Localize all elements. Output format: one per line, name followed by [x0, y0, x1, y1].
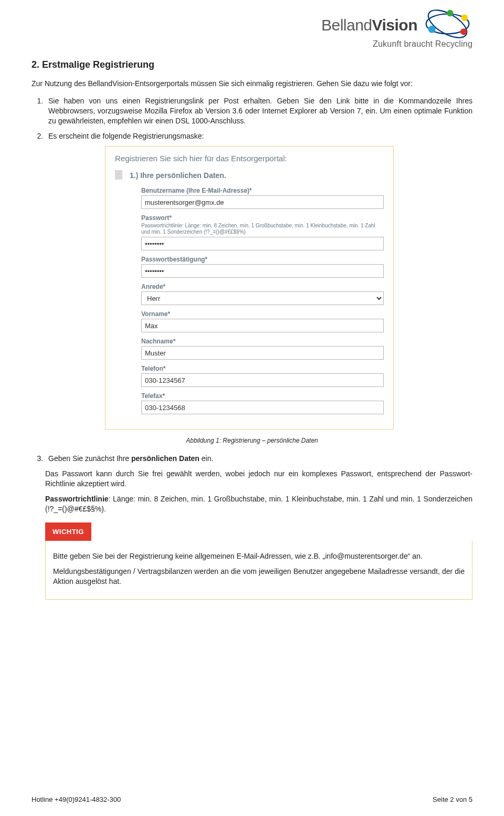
salutation-label: Anrede*	[141, 283, 384, 290]
step-2: Es erscheint die folgende Registrierungs…	[45, 131, 472, 141]
step3-lead: Geben Sie zunächst Ihre	[48, 454, 131, 463]
step-1: Sie haben von uns einen Registrierungsli…	[45, 96, 472, 126]
password-rule-lead: Passwortrichtlinie	[45, 495, 109, 503]
lastname-input[interactable]	[141, 346, 384, 360]
salutation-select[interactable]: Herr	[141, 291, 384, 305]
intro-text: Zur Nutzung des BellandVision-Entsorgerp…	[32, 79, 472, 89]
brand-part-a: Belland	[321, 16, 372, 34]
form-section-1-header: 1.) Ihre persönlichen Daten.	[115, 170, 384, 180]
password-info-text: Das Passwort kann durch Sie frei gewählt…	[45, 469, 472, 489]
step3-tail: ein.	[200, 454, 213, 463]
brand-tagline: Zukunft braucht Recycling	[321, 39, 472, 49]
brand-part-b: Vision	[372, 16, 417, 34]
firstname-label: Vorname*	[141, 310, 384, 318]
section-indicator-bar	[115, 170, 122, 180]
svg-point-5	[460, 28, 467, 35]
phone-input[interactable]	[141, 373, 384, 387]
phone-label: Telefon*	[141, 365, 384, 372]
password-confirm-input[interactable]	[141, 264, 384, 278]
brand-logo: BellandVision Zukunft braucht Recycling	[321, 9, 472, 49]
steps-list-continued: Geben Sie zunächst Ihre persönlichen Dat…	[32, 454, 472, 464]
username-label: Benutzername (Ihre E-Mail-Adresse)*	[141, 187, 384, 194]
firstname-input[interactable]	[141, 319, 384, 332]
important-text-2: Meldungsbestätigungen / Vertragsbilanzen…	[53, 567, 465, 587]
recycling-orbit-icon	[423, 9, 472, 40]
section-title: 2. Erstmalige Registrierung	[32, 59, 472, 70]
page-footer: Hotline +49(0)9241-4832-300 Seite 2 von …	[32, 796, 472, 803]
footer-hotline: Hotline +49(0)9241-4832-300	[32, 796, 121, 803]
page-header: BellandVision Zukunft braucht Recycling	[32, 9, 472, 49]
svg-point-2	[428, 26, 436, 33]
figure-caption: Abbildung 1: Registrierung – persönliche…	[32, 437, 472, 444]
important-tag: WICHTIG	[45, 522, 91, 541]
fax-input[interactable]	[141, 401, 384, 414]
password-hint: Passwortrichtlinie: Länge: min. 8 Zeiche…	[141, 223, 384, 235]
steps-list: Sie haben von uns einen Registrierungsli…	[32, 96, 472, 141]
form-title: Registrieren Sie sich hier für das Entso…	[115, 154, 384, 163]
lastname-label: Nachname*	[141, 338, 384, 345]
important-text-1: Bitte geben Sie bei der Registrierung ke…	[53, 551, 465, 561]
username-input[interactable]	[141, 195, 384, 209]
password-confirm-label: Passwortbestätigung*	[141, 256, 384, 263]
svg-point-4	[461, 14, 468, 21]
password-rule-tail: : Länge: min. 8 Zeichen, min. 1 Großbuch…	[45, 495, 472, 513]
password-input[interactable]	[141, 237, 384, 250]
important-box: Bitte geben Sie bei der Registrierung ke…	[45, 541, 472, 600]
form-section-1-label: 1.) Ihre persönlichen Daten.	[130, 170, 226, 180]
brand-wordmark: BellandVision	[321, 16, 417, 34]
password-label: Passwort*	[141, 214, 384, 222]
svg-point-3	[447, 10, 454, 17]
password-rule-text: Passwortrichtlinie: Länge: min. 8 Zeiche…	[45, 494, 472, 514]
fax-label: Telefax*	[141, 392, 384, 400]
step3-bold: persönlichen Daten	[131, 454, 200, 463]
step-3: Geben Sie zunächst Ihre persönlichen Dat…	[45, 454, 472, 464]
footer-page-number: Seite 2 von 5	[433, 796, 472, 803]
registration-form-screenshot: Registrieren Sie sich hier für das Entso…	[105, 146, 394, 430]
